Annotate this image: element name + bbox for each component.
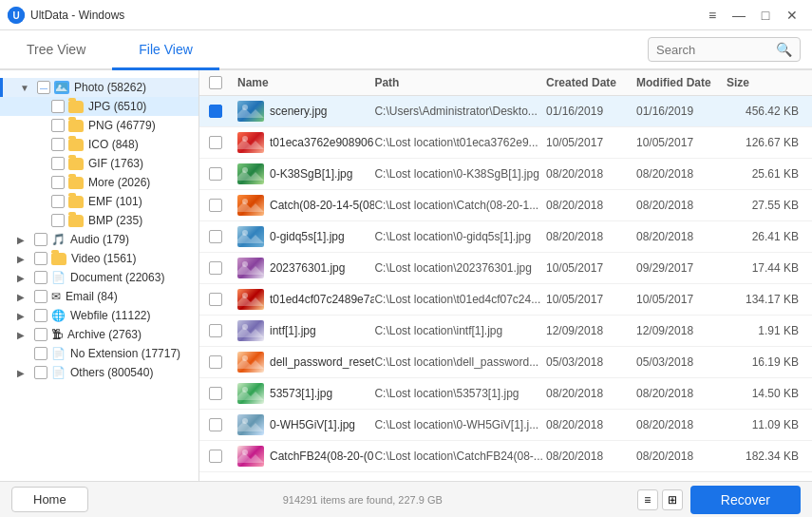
checkbox-ico[interactable]	[51, 138, 65, 151]
sidebar-item-ico[interactable]: ICO (848)	[0, 135, 198, 154]
file-path-11: C:\Lost location\CatchFB24(08-...	[374, 450, 546, 463]
minimize-button[interactable]: —	[727, 3, 751, 28]
checkbox-gif[interactable]	[51, 157, 65, 170]
sidebar-item-more[interactable]: More (2026)	[0, 173, 198, 192]
file-created-6: 10/05/2017	[546, 293, 636, 306]
file-name-5: 202376301.jpg	[270, 261, 374, 275]
sidebar-item-photo[interactable]: ▼ — Photo (58262)	[0, 78, 198, 97]
close-button[interactable]: ✕	[780, 3, 804, 28]
checkbox-webfile[interactable]	[34, 309, 47, 322]
expand-arrow-webfile: ▶	[17, 311, 30, 321]
file-checkbox-9[interactable]	[209, 387, 222, 400]
file-name-3: Catch(08-20-14-5(08-...	[270, 199, 374, 212]
svg-point-12	[242, 355, 248, 361]
file-modified-6: 10/05/2017	[636, 293, 727, 306]
search-box[interactable]: 🔍	[648, 37, 801, 62]
sidebar-label-emf: EMF (101)	[88, 195, 142, 208]
file-checkbox-10[interactable]	[209, 418, 222, 431]
sidebar-item-jpg[interactable]: JPG (6510)	[0, 97, 198, 116]
table-row[interactable]: t01ed4cf07c2489e7ac[... C:\Lost location…	[199, 284, 812, 316]
checkbox-more[interactable]	[51, 176, 65, 189]
file-name-9: 53573[1].jpg	[270, 387, 374, 400]
select-all-checkbox[interactable]	[209, 76, 222, 89]
sidebar-item-others[interactable]: ▶ 📄 Others (800540)	[0, 363, 198, 382]
file-size-3: 27.55 KB	[727, 199, 803, 212]
sidebar-label-audio: Audio (179)	[70, 233, 129, 246]
file-checkbox-3[interactable]	[209, 199, 222, 212]
table-row[interactable]: scenery.jpg C:\Users\Administrator\Deskt…	[199, 96, 812, 127]
table-row[interactable]: 53573[1].jpg C:\Lost location\53573[1].j…	[199, 378, 812, 410]
table-row[interactable]: 0-WH5GiV[1].jpg C:\Lost location\0-WH5Gi…	[199, 410, 812, 441]
sidebar-label-webfile: Webfile (11122)	[70, 309, 151, 322]
recover-button[interactable]: Recover	[690, 486, 801, 514]
checkbox-no-ext[interactable]	[34, 347, 47, 360]
home-button[interactable]: Home	[11, 487, 88, 512]
table-row[interactable]: intf[1].jpg C:\Lost location\intf[1].jpg…	[199, 316, 812, 347]
sidebar-item-bmp[interactable]: BMP (235)	[0, 211, 198, 230]
file-path-7: C:\Lost location\intf[1].jpg	[374, 324, 546, 337]
column-modified: Modified Date	[636, 76, 727, 89]
sidebar-label-png: PNG (46779)	[88, 119, 156, 132]
checkbox-png[interactable]	[51, 119, 65, 132]
table-row[interactable]: CatchFB24(08-20-(08-... C:\Lost location…	[199, 441, 812, 472]
file-list-header: Name Path Created Date Modified Date Siz…	[199, 70, 812, 96]
file-created-1: 10/05/2017	[546, 136, 636, 149]
checkbox-audio[interactable]	[34, 233, 47, 246]
sidebar-item-png[interactable]: PNG (46779)	[0, 116, 198, 135]
checkbox-archive[interactable]	[34, 328, 47, 341]
column-path: Path	[374, 76, 546, 89]
table-row[interactable]: Catch(08-20-14-5(08-... C:\Lost location…	[199, 190, 812, 221]
sidebar-label-more: More (2026)	[88, 176, 150, 189]
checkbox-emf[interactable]	[51, 195, 65, 208]
checkbox-others[interactable]	[34, 366, 47, 379]
sidebar-item-archive[interactable]: ▶ 🗜 Archive (2763)	[0, 325, 198, 344]
svg-point-14	[242, 418, 248, 424]
table-row[interactable]: dell_password_reset[1]... C:\Lost locati…	[199, 347, 812, 378]
table-row[interactable]: 0-K38SgB[1].jpg C:\Lost location\0-K38Sg…	[199, 159, 812, 190]
sidebar-item-webfile[interactable]: ▶ 🌐 Webfile (11122)	[0, 306, 198, 325]
file-size-5: 17.44 KB	[727, 261, 803, 275]
column-size: Size	[727, 76, 803, 89]
file-checkbox-8[interactable]	[209, 355, 222, 369]
search-input[interactable]	[656, 43, 770, 57]
file-checkbox-4[interactable]	[209, 230, 222, 243]
file-checkbox-7[interactable]	[209, 324, 222, 337]
svg-point-5	[242, 136, 248, 142]
sidebar-item-document[interactable]: ▶ 📄 Document (22063)	[0, 268, 198, 287]
maximize-button[interactable]: □	[753, 3, 778, 28]
sidebar-item-video[interactable]: ▶ Video (1561)	[0, 249, 198, 268]
sidebar-item-audio[interactable]: ▶ 🎵 Audio (179)	[0, 230, 198, 249]
sidebar-label-gif: GIF (1763)	[88, 157, 143, 170]
checkbox-video[interactable]	[34, 252, 47, 265]
menu-button[interactable]: ≡	[700, 3, 725, 28]
table-row[interactable]: t01eca3762e908906be... C:\Lost location\…	[199, 127, 812, 159]
sidebar-item-no-extension[interactable]: 📄 No Extension (17717)	[0, 344, 198, 363]
checkbox-document[interactable]	[34, 271, 47, 284]
tab-file-view[interactable]: File View	[112, 30, 219, 70]
file-checkbox-11[interactable]	[209, 450, 222, 463]
file-checkbox-5[interactable]	[209, 261, 222, 275]
sidebar-item-email[interactable]: ▶ ✉ Email (84)	[0, 287, 198, 306]
svg-point-11	[242, 324, 248, 330]
checkbox-jpg[interactable]	[51, 100, 65, 113]
file-modified-5: 09/29/2017	[636, 261, 727, 275]
checkbox-photo[interactable]: —	[37, 81, 50, 94]
file-checkbox-6[interactable]	[209, 293, 222, 306]
table-row[interactable]: 202376301.jpg C:\Lost location\202376301…	[199, 253, 812, 284]
checkbox-email[interactable]	[34, 290, 47, 303]
sidebar-item-emf[interactable]: EMF (101)	[0, 192, 198, 211]
list-view-btn[interactable]: ≡	[637, 489, 658, 510]
file-checkbox-0[interactable]	[209, 105, 222, 118]
file-modified-3: 08/20/2018	[636, 199, 727, 212]
file-size-7: 1.91 KB	[727, 324, 803, 337]
file-checkbox-2[interactable]	[209, 167, 222, 181]
sidebar-item-gif[interactable]: GIF (1763)	[0, 154, 198, 173]
sidebar: ▼ — Photo (58262) JPG (6510) PN	[0, 70, 199, 481]
table-row[interactable]: 0-gidq5s[1].jpg C:\Lost location\0-gidq5…	[199, 221, 812, 253]
grid-view-btn[interactable]: ⊞	[662, 489, 683, 510]
file-thumbnail-5	[237, 258, 264, 278]
checkbox-bmp[interactable]	[51, 214, 65, 227]
file-path-4: C:\Lost location\0-gidq5s[1].jpg	[374, 230, 546, 243]
tab-tree-view[interactable]: Tree View	[0, 30, 112, 70]
file-checkbox-1[interactable]	[209, 136, 222, 149]
